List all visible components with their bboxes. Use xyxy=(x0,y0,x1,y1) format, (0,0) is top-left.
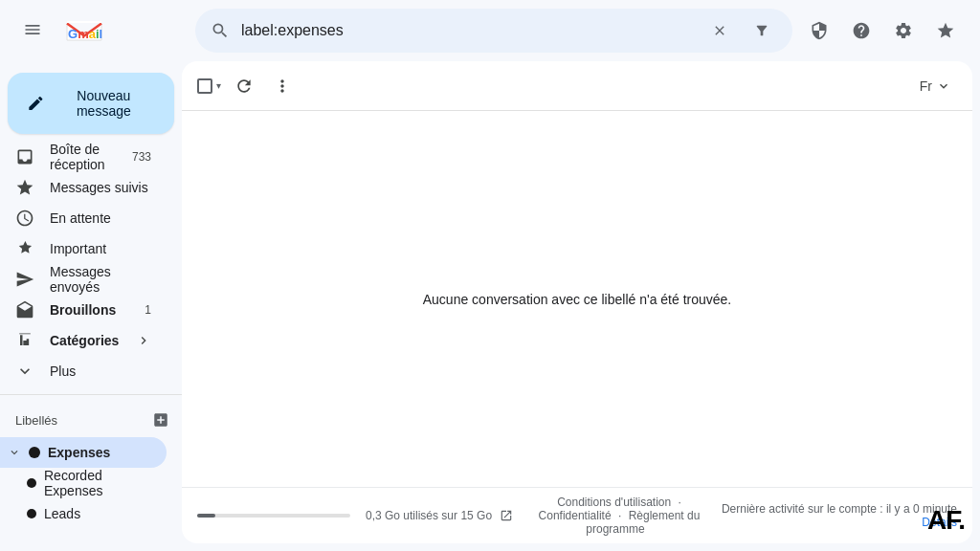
label-color-dot xyxy=(29,447,40,458)
expand-more-icon xyxy=(15,362,34,381)
important-label: Important xyxy=(50,241,151,256)
pagination-button[interactable]: Fr xyxy=(914,73,957,99)
starred-label: Messages suivis xyxy=(50,180,151,195)
sublabel-dot-recorded xyxy=(27,478,36,488)
shield-icon-button[interactable] xyxy=(800,11,838,50)
sublabel-dot-leads xyxy=(27,509,36,518)
inbox-count: 733 xyxy=(132,150,151,164)
sidebar-item-snoozed[interactable]: En attente xyxy=(0,203,167,233)
select-all-checkbox[interactable] xyxy=(197,78,212,94)
categories-label: Catégories xyxy=(50,333,121,348)
search-bar xyxy=(195,9,792,53)
drafts-icon xyxy=(15,300,34,320)
sent-label: Messages envoyés xyxy=(50,264,151,295)
label-item-recorded-expenses[interactable]: Recorded Expenses xyxy=(0,468,167,498)
important-icon xyxy=(15,239,34,258)
help-icon-button[interactable] xyxy=(842,11,880,50)
storage-bar xyxy=(197,514,350,518)
sidebar-item-inbox[interactable]: Boîte de réception 733 xyxy=(0,142,167,172)
gmail-logo: Gmail xyxy=(65,17,103,44)
inbox-icon xyxy=(15,147,34,166)
topbar: Gmail xyxy=(0,0,980,61)
more-label: Plus xyxy=(50,364,151,379)
refresh-icon xyxy=(234,77,254,96)
drafts-label: Brouillons xyxy=(50,302,129,318)
search-icon xyxy=(211,21,230,40)
sidebar-item-categories[interactable]: Catégories xyxy=(0,325,167,356)
topbar-left: Gmail xyxy=(15,12,188,50)
sidebar: Nouveau message Boîte de réception 733 M… xyxy=(0,61,182,551)
categories-icon xyxy=(15,331,34,350)
svg-rect-0 xyxy=(67,21,101,23)
topbar-right xyxy=(800,11,965,50)
sidebar-item-starred[interactable]: Messages suivis xyxy=(0,172,167,203)
snoozed-label: En attente xyxy=(50,210,151,226)
pagination-label: Fr xyxy=(920,78,932,94)
toolbar: ▾ Fr xyxy=(182,61,972,111)
drafts-count: 1 xyxy=(145,303,151,317)
send-icon xyxy=(15,270,34,289)
empty-state-message: Aucune conversation avec ce libellé n'a … xyxy=(423,292,732,307)
select-all-area: ▾ xyxy=(197,78,221,94)
label-name-leads: Leads xyxy=(44,506,151,521)
label-name-recorded-expenses: Recorded Expenses xyxy=(44,468,151,498)
more-options-button[interactable] xyxy=(267,71,298,101)
sidebar-item-more[interactable]: Plus xyxy=(0,356,167,386)
sidebar-item-drafts[interactable]: Brouillons 1 xyxy=(0,295,167,325)
sidebar-item-sent[interactable]: Messages envoyés xyxy=(0,264,167,295)
search-input[interactable] xyxy=(241,22,693,39)
compose-button[interactable]: Nouveau message xyxy=(8,73,174,134)
pagination-dropdown-icon xyxy=(936,78,951,94)
footer-activity: Dernière activité sur le compte : il y a… xyxy=(722,502,957,529)
expand-label-icon xyxy=(8,446,21,459)
footer: 0,3 Go utilisés sur 15 Go Conditions d'u… xyxy=(182,487,972,543)
label-item-expenses[interactable]: Expenses xyxy=(0,437,167,468)
footer-links: Conditions d'utilisation · Confidentiali… xyxy=(513,496,722,536)
terms-link[interactable]: Conditions d'utilisation xyxy=(557,496,671,509)
inbox-label: Boîte de réception xyxy=(50,142,117,172)
storage-bar-fill xyxy=(197,514,215,518)
expand-categories-icon xyxy=(136,333,151,348)
content-area: ▾ Fr Aucune conversation avec ce libellé… xyxy=(182,61,972,543)
labels-header: Libellés xyxy=(0,403,182,437)
label-name-expenses: Expenses xyxy=(48,445,151,460)
compose-label: Nouveau message xyxy=(56,88,151,119)
privacy-link[interactable]: Confidentialité xyxy=(539,509,612,522)
email-list: Aucune conversation avec ce libellé n'a … xyxy=(182,111,972,487)
search-clear-button[interactable] xyxy=(704,15,735,46)
stars-icon-button[interactable] xyxy=(926,11,965,50)
compose-icon xyxy=(27,93,45,114)
storage-text: 0,3 Go utilisés sur 15 Go xyxy=(366,509,492,522)
clock-icon xyxy=(15,209,34,228)
last-activity-text: Dernière activité sur le compte : il y a… xyxy=(722,502,957,516)
af-watermark: AF. xyxy=(927,505,965,536)
storage-info: 0,3 Go utilisés sur 15 Go xyxy=(197,509,513,522)
settings-icon-button[interactable] xyxy=(884,11,923,50)
sidebar-item-important[interactable]: Important xyxy=(0,233,167,264)
checkbox-dropdown-icon[interactable]: ▾ xyxy=(216,80,221,91)
svg-text:Gmail: Gmail xyxy=(68,27,102,41)
storage-link-icon[interactable] xyxy=(500,509,513,522)
add-label-button[interactable] xyxy=(147,407,174,433)
labels-title: Libellés xyxy=(15,413,147,428)
section-divider xyxy=(0,394,182,395)
search-filter-button[interactable] xyxy=(746,15,777,46)
star-icon xyxy=(15,178,34,197)
menu-button[interactable] xyxy=(15,12,50,50)
label-item-leads[interactable]: Leads xyxy=(0,498,167,529)
more-vert-icon xyxy=(273,77,292,96)
refresh-button[interactable] xyxy=(229,71,259,101)
main-layout: Nouveau message Boîte de réception 733 M… xyxy=(0,61,980,551)
